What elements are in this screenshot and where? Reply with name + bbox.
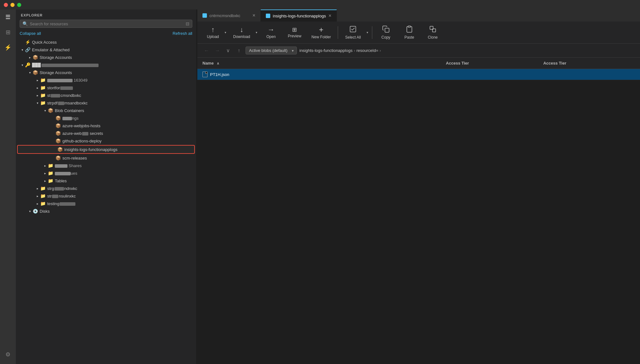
open-button[interactable]: → Open xyxy=(260,24,282,41)
copy-button[interactable]: Copy xyxy=(375,23,397,41)
sidebar-item-blob-containers[interactable]: ▾ 📦 Blob Containers xyxy=(16,107,196,114)
minimize-button[interactable] xyxy=(10,3,15,7)
open-icon: → xyxy=(267,26,274,33)
storage-item-icon: 📁 xyxy=(40,85,46,91)
container-icon: 📦 xyxy=(55,130,61,136)
sidebar-item-azure-webjobs-hosts[interactable]: 📦 azure-webjobs-hosts xyxy=(16,122,196,129)
sidebar-item-insights-logs[interactable]: 📦 insights-logs-functionapplogs xyxy=(18,146,194,153)
sidebar-item-github-actions-deploy[interactable]: 📦 github-actions-deploy xyxy=(16,137,196,145)
access-tier-column-header[interactable]: Access Tier xyxy=(441,58,538,69)
chevron-down-icon: ▾ xyxy=(27,209,32,214)
preview-icon: ⊞ xyxy=(292,27,297,33)
sidebar-item-label: strgndnxkc xyxy=(47,186,77,191)
upload-dropdown-button[interactable]: ▾ xyxy=(223,24,227,41)
sidebar-item-strblcmc[interactable]: ▸ 📁 stcmsndbxkc xyxy=(16,91,196,99)
sidebar-item-logs[interactable]: 📦 ngs xyxy=(16,114,196,122)
access-tier-inferred-column-header[interactable]: Access Tier xyxy=(538,58,640,69)
search-input[interactable] xyxy=(30,22,186,26)
sidebar-item-storage-accounts-emulator[interactable]: ▸ 📦 Storage Accounts xyxy=(16,53,196,61)
tab-cntrmcmsndbxkc[interactable]: cntrmcmsndbxkc × xyxy=(197,9,261,22)
sidebar-item-emulator[interactable]: ▾ 🔗 Emulator & Attached xyxy=(16,46,196,53)
nav-bar: ← → ∨ ↑ Active blobs (default) All blobs… xyxy=(197,44,640,58)
select-all-button[interactable]: Select All xyxy=(341,23,365,41)
breadcrumb-separator-2: › xyxy=(380,48,381,53)
preview-button[interactable]: ⊞ Preview xyxy=(283,25,306,40)
menu-icon[interactable]: ☰ xyxy=(3,13,12,22)
container-icon: 📦 xyxy=(55,123,61,129)
sidebar-item-azure-webjobs-secrets[interactable]: 📦 azure-web secrets xyxy=(16,129,196,137)
sidebar-item-scm-releases[interactable]: 📦 scm-releases xyxy=(16,154,196,162)
settings-icon[interactable]: ⚙ xyxy=(3,350,12,359)
paste-icon xyxy=(406,25,413,34)
refresh-all-button[interactable]: Refresh all xyxy=(173,31,192,36)
upload-button[interactable]: ↑ Upload xyxy=(202,24,223,41)
breadcrumb-path: resourceId= xyxy=(356,48,378,53)
explorer-icon[interactable]: ⊞ xyxy=(3,28,12,37)
tab-close-button[interactable]: × xyxy=(329,13,331,18)
container-icon: 📦 xyxy=(55,138,61,144)
download-dropdown-button[interactable]: ▾ xyxy=(254,24,259,41)
chevron-down-icon: ▾ xyxy=(27,70,32,75)
sidebar-item-strs-nsul[interactable]: ▸ 📁 strnsulinxkc xyxy=(16,192,196,200)
container-icon: 📦 xyxy=(55,115,61,121)
sidebar-item-label: azure-web secrets xyxy=(62,131,103,136)
container-selected: 📦 insights-logs-functionapplogs xyxy=(17,145,195,154)
new-folder-button[interactable]: + New Folder xyxy=(307,24,335,41)
tables-icon: 📁 xyxy=(48,178,53,184)
tab-label: cntrmcmsndbxkc xyxy=(209,13,240,18)
copy-icon xyxy=(382,25,390,34)
select-all-dropdown-button[interactable]: ▾ xyxy=(365,23,369,41)
name-column-header[interactable]: Name ∧ xyxy=(197,58,441,69)
sidebar-item-label: Disks xyxy=(40,209,50,214)
breadcrumb: insights-logs-functionapplogs › resource… xyxy=(299,48,381,53)
dropdown-button[interactable]: ∨ xyxy=(224,47,232,55)
app-body: ☰ ⊞ ⚡ ⚙ EXPLORER 🔍 ⊟ Collapse all Refres… xyxy=(0,9,640,364)
sidebar-item-queues[interactable]: ▸ 📁 ues xyxy=(16,169,196,177)
download-button-group: ↓ Download ▾ xyxy=(229,24,259,41)
storage-item-icon: 📁 xyxy=(40,92,46,98)
forward-button[interactable]: → xyxy=(213,47,221,55)
sidebar-item-quick-access[interactable]: ⚡ Quick Access xyxy=(16,38,196,46)
maximize-button[interactable] xyxy=(17,3,21,7)
chevron-right-icon: ▸ xyxy=(35,85,40,90)
download-button[interactable]: ↓ Download xyxy=(229,24,254,41)
sidebar-item-label: ███ xyxy=(32,63,99,67)
clone-button[interactable]: Clone xyxy=(422,23,444,41)
sidebar-item-insights163049[interactable]: ▸ 📁 163049 xyxy=(16,76,196,84)
sidebar-item-strgrx[interactable]: ▸ 📁 strgndnxkc xyxy=(16,185,196,192)
copy-label: Copy xyxy=(381,35,390,40)
sidebar-item-storage-accounts-user[interactable]: ▾ 📦 Storage Accounts xyxy=(16,69,196,76)
sidebar-item-disks[interactable]: ▾ 💿 Disks xyxy=(16,207,196,215)
sidebar-item-label: Shares xyxy=(55,163,82,168)
sidebar-item-label: scm-releases xyxy=(62,156,87,160)
sidebar-item-strpdfmc[interactable]: ▾ 📁 strpdfmsandboxkc xyxy=(16,99,196,107)
queues-icon: 📁 xyxy=(48,170,53,176)
sidebar-item-stortforsm[interactable]: ▸ 📁 stortfor xyxy=(16,84,196,91)
chevron-right-icon: ▸ xyxy=(35,93,40,98)
sidebar-item-file-shares[interactable]: ▸ 📁 Shares xyxy=(16,162,196,169)
table-row[interactable]: PT1H.json xyxy=(197,69,640,80)
collapse-all-button[interactable]: Collapse all xyxy=(20,31,41,36)
sidebar-item-user-account[interactable]: ▾ 🔑 ███ xyxy=(16,61,196,69)
filter-icon[interactable]: ⊟ xyxy=(186,21,189,26)
chevron-right-icon: ▸ xyxy=(35,186,40,191)
close-button[interactable] xyxy=(4,3,8,7)
tab-label: insights-logs-functionapplogs xyxy=(273,14,326,18)
plug-icon[interactable]: ⚡ xyxy=(3,43,12,52)
upload-button-group: ↑ Upload ▾ xyxy=(202,24,227,41)
select-all-button-group: Select All ▾ xyxy=(341,23,369,41)
back-button[interactable]: ← xyxy=(202,47,211,55)
paste-button[interactable]: Paste xyxy=(398,23,420,41)
sidebar-item-testing[interactable]: ▸ 📁 testing xyxy=(16,200,196,207)
blob-filter-select[interactable]: Active blobs (default) All blobs Deleted… xyxy=(246,47,297,54)
tab-insights-logs[interactable]: insights-logs-functionapplogs × xyxy=(261,9,337,22)
clone-label: Clone xyxy=(428,35,438,40)
chevron-down-icon: ▾ xyxy=(35,100,40,105)
tab-close-button[interactable]: × xyxy=(253,13,255,18)
selected-container-wrapper: 📦 insights-logs-functionapplogs xyxy=(16,145,196,154)
up-button[interactable]: ↑ xyxy=(235,47,243,55)
open-label: Open xyxy=(266,35,276,39)
sidebar-item-label: github-actions-deploy xyxy=(62,139,102,143)
sidebar-item-tables[interactable]: ▸ 📁 Tables xyxy=(16,177,196,185)
sidebar-item-label: Quick Access xyxy=(32,40,57,45)
